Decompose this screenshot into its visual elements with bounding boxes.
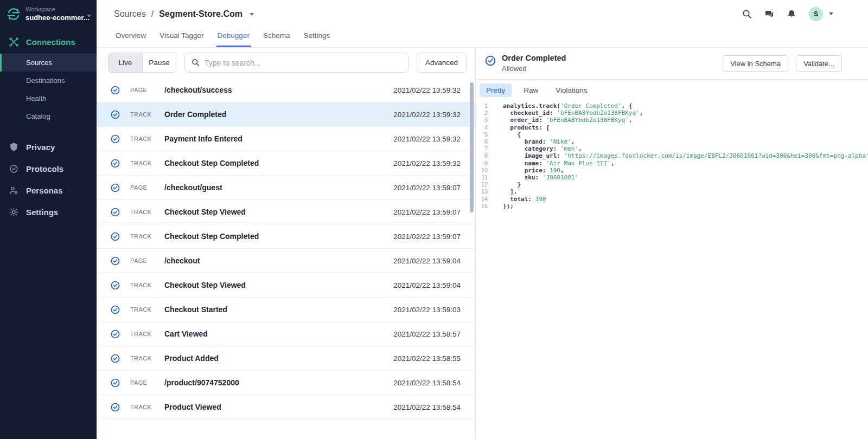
event-type: TRACK	[130, 209, 164, 215]
workspace-switcher[interactable]: Workspace sudhee-ecommer...	[0, 0, 97, 28]
tab-overview[interactable]: Overview	[114, 28, 147, 47]
line-number: 8	[476, 152, 488, 159]
sidebar-item-catalog[interactable]: Catalog	[0, 107, 97, 125]
event-type: PAGE	[130, 379, 164, 386]
sidebar-item-privacy[interactable]: Privacy	[0, 136, 97, 158]
event-type: TRACK	[130, 160, 164, 166]
event-row[interactable]: TRACKProduct Viewed2021/02/22 13:58:54	[97, 395, 475, 419]
event-name: Order Completed	[164, 110, 226, 119]
sidebar-item-health[interactable]: Health	[0, 89, 97, 107]
tab-schema[interactable]: Schema	[262, 28, 291, 47]
event-row[interactable]: PAGE/checkout/success2021/02/22 13:59:32	[97, 78, 475, 102]
event-type: TRACK	[130, 233, 164, 240]
source-switcher-caret-icon[interactable]	[250, 13, 254, 16]
tab-debugger[interactable]: Debugger	[216, 28, 251, 47]
content: Live Pause Advanced PAGE/checkout/succes…	[97, 48, 868, 439]
sidebar-item-sources[interactable]: Sources	[0, 54, 97, 72]
personas-icon	[9, 185, 19, 196]
detail-tab-pretty[interactable]: Pretty	[480, 83, 512, 97]
event-row[interactable]: PAGE/checkout2021/02/22 13:59:04	[97, 249, 475, 273]
detail-tab-violations[interactable]: Violations	[550, 83, 592, 97]
event-row[interactable]: TRACKCheckout Step Completed2021/02/22 1…	[97, 224, 475, 249]
code-line: 1analytics.track('Order Completed', {	[476, 102, 868, 109]
avatar-caret-icon[interactable]	[829, 12, 833, 15]
event-row[interactable]: TRACKOrder Completed2021/02/22 13:59:32	[97, 102, 475, 127]
sidebar-item-label: Protocols	[26, 164, 63, 173]
event-row[interactable]: TRACKCheckout Started2021/02/22 13:59:03	[97, 298, 475, 322]
event-timestamp: 2021/02/22 13:59:07	[393, 184, 475, 192]
line-number: 12	[476, 181, 488, 188]
sidebar-item-personas[interactable]: Personas	[0, 179, 97, 201]
shield-icon	[9, 142, 19, 152]
pause-button[interactable]: Pause	[142, 53, 176, 72]
event-timestamp: 2021/02/22 13:58:54	[393, 403, 475, 411]
sidebar-subnav: SourcesDestinationsHealthCatalog	[0, 54, 97, 125]
bell-icon[interactable]	[787, 9, 796, 19]
code-text: products: [	[488, 124, 550, 131]
event-row[interactable]: TRACKCart Viewed2021/02/22 13:58:57	[97, 322, 475, 346]
event-row[interactable]: TRACKCheckout Step Completed2021/02/22 1…	[97, 151, 475, 176]
sidebar-item-connections[interactable]: Connections	[0, 31, 97, 53]
event-type: TRACK	[130, 306, 164, 313]
detail-tab-raw[interactable]: Raw	[518, 83, 544, 97]
code-line: 7 category: 'men',	[476, 145, 868, 152]
check-circle-icon	[485, 55, 496, 66]
code-line: 11 sku: 'J0601001'	[476, 174, 868, 181]
detail-title: Order Completed	[502, 53, 566, 63]
event-list-scrollbar[interactable]	[470, 82, 474, 212]
sidebar-item-destinations[interactable]: Destinations	[0, 72, 97, 89]
debugger-list-panel: Live Pause Advanced PAGE/checkout/succes…	[97, 48, 476, 439]
event-row[interactable]: TRACKCheckout Step Viewed2021/02/22 13:5…	[97, 273, 475, 298]
event-type: PAGE	[130, 257, 164, 264]
code-block: 1analytics.track('Order Completed', {2 c…	[476, 100, 868, 439]
tab-bar: OverviewVisual TaggerDebuggerSchemaSetti…	[97, 28, 868, 48]
avatar[interactable]: S	[809, 7, 823, 21]
tab-settings[interactable]: Settings	[302, 28, 331, 47]
detail-header: Order Completed Allowed View in Schema V…	[476, 48, 868, 80]
event-name: /checkout/guest	[164, 183, 222, 192]
line-number: 4	[476, 124, 488, 131]
event-row[interactable]: TRACKCheckout Step Viewed2021/02/22 13:5…	[97, 200, 475, 224]
app: Workspace sudhee-ecommer... ConnectionsS…	[0, 0, 868, 439]
event-row[interactable]: PAGE/checkout/guest2021/02/22 13:59:07	[97, 176, 475, 200]
view-in-schema-button[interactable]: View in Schema	[723, 55, 788, 72]
code-line: 12 }	[476, 181, 868, 188]
caret-down-icon[interactable]	[87, 15, 91, 17]
code-text: order_id: 'bFEnBA8YbdbZo138FBKyq',	[488, 117, 632, 124]
check-circle-icon	[111, 281, 120, 290]
sidebar-nav: ConnectionsSourcesDestinationsHealthCata…	[0, 31, 97, 223]
detail-tab-bar: PrettyRawViolations	[476, 80, 868, 100]
event-name: Checkout Started	[164, 305, 227, 314]
check-circle-icon	[111, 208, 120, 217]
event-type: TRACK	[130, 111, 164, 118]
workspace-meta: Workspace sudhee-ecommer...	[25, 6, 82, 22]
debugger-toolbar: Live Pause Advanced	[108, 53, 467, 73]
code-text: {	[488, 131, 521, 138]
line-number: 5	[476, 131, 488, 138]
check-circle-icon	[111, 378, 120, 388]
status-badge: Allowed	[502, 64, 566, 74]
code-line: 2 checkout_id: 'bFEnBA8YbdbZo138FBKyq',	[476, 109, 868, 117]
event-timestamp: 2021/02/22 13:59:32	[393, 159, 475, 167]
advanced-button[interactable]: Advanced	[417, 53, 467, 73]
event-row[interactable]: TRACKPayment Info Entered2021/02/22 13:5…	[97, 127, 475, 151]
code-text: sku: 'J0601001'	[488, 174, 578, 181]
live-button[interactable]: Live	[108, 53, 142, 72]
search-icon[interactable]	[742, 9, 752, 19]
code-text: brand: 'Nike',	[488, 138, 575, 145]
breadcrumb-parent[interactable]: Sources	[114, 9, 146, 19]
check-circle-icon	[111, 403, 120, 412]
connections-icon	[9, 37, 19, 47]
event-row[interactable]: PAGE/product/90747520002021/02/22 13:58:…	[97, 371, 475, 395]
code-line: 8 image_url: 'https://images.footlocker.…	[476, 152, 868, 159]
line-number: 7	[476, 145, 488, 152]
event-type: PAGE	[130, 184, 164, 191]
event-row[interactable]: TRACKProduct Added2021/02/22 13:58:55	[97, 346, 475, 371]
tab-visual-tagger[interactable]: Visual Tagger	[158, 28, 205, 47]
validate-button[interactable]: Validate...	[796, 55, 842, 72]
event-timestamp: 2021/02/22 13:59:04	[393, 281, 475, 289]
sidebar-item-settings[interactable]: Settings	[0, 201, 97, 223]
sidebar-item-protocols[interactable]: Protocols	[0, 158, 97, 179]
chat-icon[interactable]	[764, 9, 774, 19]
search-input[interactable]	[205, 59, 401, 67]
